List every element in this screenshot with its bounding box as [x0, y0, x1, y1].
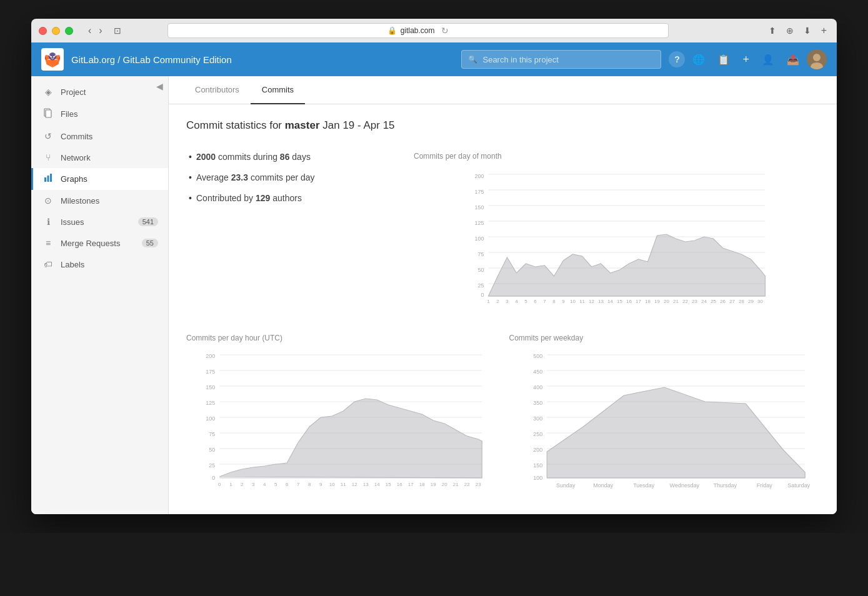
- svg-text:Tuesday: Tuesday: [633, 482, 655, 489]
- tab-commits[interactable]: Commits: [251, 76, 305, 104]
- svg-text:150: 150: [533, 462, 542, 469]
- sidebar-item-network[interactable]: ⑂ Network: [31, 147, 168, 168]
- svg-text:0: 0: [218, 482, 221, 487]
- svg-text:30: 30: [757, 299, 763, 304]
- svg-point-4: [813, 54, 821, 61]
- sidebar-item-commits[interactable]: ↺ Commits: [31, 126, 168, 147]
- svg-text:200: 200: [206, 353, 215, 359]
- sidebar-collapse-button[interactable]: ◀: [156, 81, 163, 91]
- gitlab-logo-svg: [44, 51, 61, 68]
- commits-count: 2000: [196, 152, 216, 162]
- sidebar-item-files[interactable]: Files: [31, 102, 168, 126]
- svg-text:24: 24: [701, 299, 707, 304]
- svg-text:50: 50: [477, 267, 484, 273]
- lock-icon: 🔒: [387, 26, 397, 35]
- project-icon: ◈: [43, 87, 53, 97]
- svg-rect-9: [47, 176, 49, 182]
- tabs-bar: Contributors Commits: [169, 76, 837, 104]
- plus-button[interactable]: +: [737, 51, 754, 69]
- svg-text:350: 350: [533, 400, 542, 406]
- reload-icon[interactable]: ↻: [441, 26, 449, 36]
- clipboard-button[interactable]: 📋: [712, 51, 735, 68]
- svg-text:500: 500: [533, 353, 542, 359]
- download-button[interactable]: ⬇: [801, 24, 814, 37]
- svg-text:13: 13: [598, 299, 604, 304]
- sidebar-item-graphs[interactable]: Graphs: [31, 168, 168, 190]
- issues-badge: 541: [138, 217, 158, 226]
- sidebar-item-milestones[interactable]: ⊙ Milestones: [31, 190, 168, 211]
- files-svg: [44, 108, 52, 118]
- svg-text:50: 50: [209, 447, 215, 453]
- sidebar-item-labels[interactable]: 🏷 Labels: [31, 254, 168, 275]
- user-button[interactable]: 👤: [757, 51, 779, 68]
- url-bar[interactable]: 🔒 gitlab.com ↻: [167, 23, 669, 38]
- svg-point-1: [51, 56, 52, 57]
- svg-text:25: 25: [209, 462, 215, 469]
- svg-text:15: 15: [617, 299, 622, 304]
- svg-text:4: 4: [515, 299, 518, 304]
- sidebar-toggle[interactable]: ⊡: [110, 24, 125, 37]
- svg-text:12: 12: [589, 299, 594, 304]
- svg-text:18: 18: [419, 482, 425, 487]
- svg-text:29: 29: [748, 299, 754, 304]
- content-area: Contributors Commits Commit statistics f…: [169, 76, 837, 514]
- tab-contributors[interactable]: Contributors: [184, 76, 251, 104]
- sidebar-item-merge-requests[interactable]: ≡ Merge Requests 55: [31, 232, 168, 254]
- svg-text:450: 450: [533, 369, 542, 375]
- back-button[interactable]: ‹: [86, 24, 94, 37]
- commits-per-hour-chart-svg: 200 175 150 125 100 75 50 25 0: [186, 349, 497, 492]
- forward-button[interactable]: ›: [96, 24, 104, 37]
- svg-text:2: 2: [241, 482, 244, 487]
- svg-text:17: 17: [408, 482, 414, 487]
- avatar[interactable]: [807, 49, 827, 69]
- add-tab-button[interactable]: +: [819, 24, 829, 37]
- svg-text:7: 7: [543, 299, 546, 304]
- search-placeholder: Search in this project: [482, 55, 558, 64]
- graphs-icon: [43, 174, 53, 184]
- svg-text:14: 14: [374, 482, 380, 487]
- svg-point-0: [49, 52, 56, 60]
- signout-button[interactable]: 📤: [782, 51, 804, 68]
- svg-text:14: 14: [607, 299, 613, 304]
- svg-text:19: 19: [654, 299, 660, 304]
- svg-text:5: 5: [274, 482, 277, 487]
- header-search[interactable]: 🔍 Search in this project: [461, 50, 661, 69]
- svg-text:100: 100: [474, 236, 484, 242]
- svg-text:1: 1: [487, 299, 490, 304]
- sidebar-item-issues[interactable]: ℹ Issues 541: [31, 211, 168, 232]
- help-button[interactable]: ?: [669, 51, 685, 67]
- chart-commits-per-day-of-month-title: Commits per day of month: [414, 152, 819, 161]
- svg-text:Thursday: Thursday: [713, 482, 737, 489]
- svg-text:100: 100: [206, 415, 215, 422]
- svg-text:17: 17: [636, 299, 641, 304]
- new-tab-button[interactable]: ⊕: [784, 24, 796, 37]
- sidebar-item-files-label: Files: [61, 109, 77, 119]
- svg-text:19: 19: [431, 482, 436, 487]
- sidebar-item-project[interactable]: ◈ Project: [31, 81, 168, 102]
- svg-text:6: 6: [534, 299, 537, 304]
- stat-average: Average 23.3 commits per day: [186, 167, 399, 188]
- svg-text:400: 400: [533, 384, 542, 390]
- svg-text:Friday: Friday: [756, 482, 772, 489]
- network-icon: ⑂: [43, 152, 53, 162]
- svg-rect-10: [50, 174, 52, 182]
- chart-commits-per-weekday: Commits per weekday 500 450 400 350 300 …: [509, 329, 820, 499]
- svg-text:125: 125: [474, 220, 484, 226]
- svg-text:15: 15: [386, 482, 391, 487]
- minimize-button[interactable]: [52, 27, 60, 35]
- fullscreen-button[interactable]: [65, 27, 73, 35]
- share-button[interactable]: ⬆: [766, 24, 779, 37]
- svg-text:150: 150: [206, 384, 215, 390]
- svg-text:22: 22: [682, 299, 688, 304]
- close-button[interactable]: [39, 27, 47, 35]
- svg-text:13: 13: [363, 482, 369, 487]
- svg-text:27: 27: [729, 299, 735, 304]
- sidebar-item-merge-requests-label: Merge Requests: [61, 239, 120, 248]
- header-breadcrumb[interactable]: GitLab.org / GitLab Community Edition: [71, 54, 232, 65]
- globe-button[interactable]: 🌐: [687, 51, 710, 68]
- svg-text:4: 4: [263, 482, 266, 487]
- svg-text:75: 75: [209, 431, 215, 437]
- svg-text:200: 200: [474, 173, 484, 179]
- title-prefix: Commit statistics for: [186, 119, 285, 131]
- gitlab-logo[interactable]: [41, 48, 64, 71]
